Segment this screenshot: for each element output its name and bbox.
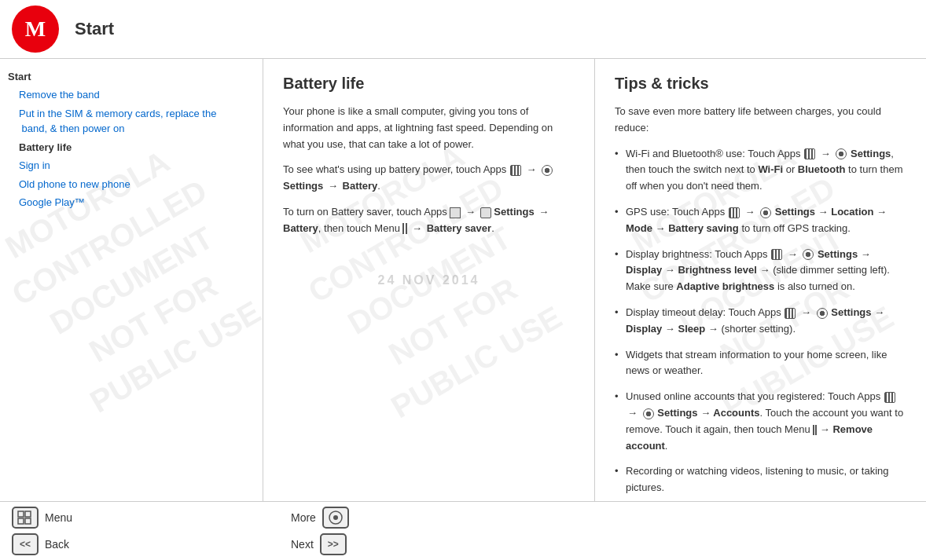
more-circle-icon (328, 510, 344, 525)
battery-panel: MOTOROLACONTROLLEDDOCUMENTNOT FORPUBLIC … (263, 59, 595, 501)
battery-title: Battery life (283, 75, 575, 93)
svg-rect-0 (18, 511, 24, 517)
more-label: More (291, 511, 316, 524)
arrow-2: → (328, 178, 338, 195)
logo-letter: M (25, 16, 46, 42)
back-button[interactable]: << Back (12, 533, 275, 555)
arrow-4: → (538, 204, 549, 221)
sidebar-item-sim[interactable]: Put in the SIM & memory cards, replace t… (8, 104, 255, 138)
apps-icon-tip3 (771, 249, 782, 260)
sidebar-item-old-phone[interactable]: Old phone to new phone (8, 175, 255, 194)
tip-item-recording: Recording or watching videos, listening … (615, 463, 906, 496)
arrow-1: → (527, 162, 537, 178)
motorola-logo: M (12, 5, 59, 53)
settings-icon-1 (542, 165, 553, 176)
sidebar-section-title: Start (8, 71, 255, 82)
tips-intro: To save even more battery life between c… (615, 104, 906, 137)
apps-icon-tip4 (785, 308, 796, 319)
arrow-5: → (412, 221, 422, 237)
tip-item-timeout: Display timeout delay: Touch Apps → Sett… (615, 305, 906, 338)
apps-icon-1 (510, 165, 521, 176)
svg-point-5 (333, 515, 338, 520)
settings-icon-tip4 (817, 308, 828, 319)
sidebar-item-battery-life[interactable]: Battery life (8, 138, 255, 157)
sidebar-nav: Start Remove the band Put in the SIM & m… (8, 71, 255, 212)
settings-icon-2 (480, 207, 491, 218)
settings-icon-tip1 (836, 148, 847, 159)
tip-item-gps: GPS use: Touch Apps → Settings → Locatio… (615, 204, 906, 237)
tips-title: Tips & tricks (615, 75, 906, 93)
apps-icon-tip2 (729, 207, 740, 218)
svg-rect-2 (18, 518, 24, 524)
svg-rect-1 (25, 511, 31, 517)
svg-rect-3 (25, 518, 31, 524)
page-title: Start (75, 19, 114, 39)
back-label: Back (45, 538, 69, 551)
tip-item-accounts: Unused online accounts that you register… (615, 389, 906, 454)
menu-label: Menu (45, 511, 72, 524)
next-button[interactable]: Next >> (291, 533, 347, 555)
tip-item-brightness: Display brightness: Touch Apps → Setting… (615, 247, 906, 295)
toolbar: Menu << Back More Next >> (0, 501, 926, 560)
apps-icon-tip5 (884, 392, 895, 403)
date-watermark: 24 NOV 2014 (378, 273, 480, 287)
arrow-3: → (465, 204, 476, 221)
menu-grid-icon (17, 511, 33, 525)
tip-item-wifi: Wi-Fi and Bluetooth® use: Touch Apps → S… (615, 146, 906, 195)
battery-instruction-1: To see what's using up battery power, to… (283, 162, 575, 195)
settings-icon-tip5 (643, 408, 654, 419)
next-icon: >> (320, 533, 347, 555)
toolbar-left: Menu << Back (12, 507, 275, 555)
tips-content: Tips & tricks To save even more battery … (615, 75, 906, 496)
next-label: Next (291, 538, 314, 551)
menu-icon-1 (402, 223, 407, 234)
sidebar-item-remove-band[interactable]: Remove the band (8, 86, 255, 104)
settings-icon-tip3 (803, 249, 814, 260)
more-icon (322, 507, 349, 529)
sidebar: MOTOROLACONTROLLEDDOCUMENTNOT FORPUBLIC … (0, 59, 263, 501)
tips-panel: MOTOROLACONTROLLEDDOCUMENTNOT FORPUBLIC … (595, 59, 926, 501)
main-area: MOTOROLACONTROLLEDDOCUMENTNOT FORPUBLIC … (0, 59, 926, 501)
toolbar-right: More Next >> (275, 507, 914, 555)
sidebar-item-google-play[interactable]: Google Play™ (8, 193, 255, 212)
battery-content: Battery life Your phone is like a small … (283, 75, 575, 237)
battery-intro: Your phone is like a small computer, giv… (283, 104, 575, 152)
menu-icon-tip5 (813, 425, 817, 435)
header: M Start (0, 0, 926, 59)
apps-icon-2 (450, 207, 461, 218)
more-button[interactable]: More (291, 507, 349, 529)
menu-button[interactable]: Menu (12, 507, 275, 529)
apps-icon-tip1 (804, 148, 815, 159)
sidebar-item-sign-in[interactable]: Sign in (8, 156, 255, 175)
content-area: MOTOROLACONTROLLEDDOCUMENTNOT FORPUBLIC … (263, 59, 926, 501)
tips-list: Wi-Fi and Bluetooth® use: Touch Apps → S… (615, 146, 906, 496)
battery-instruction-2: To turn on Battery saver, touch Apps → S… (283, 204, 575, 237)
tip-item-widgets: Widgets that stream information to your … (615, 347, 906, 380)
back-icon: << (12, 533, 39, 555)
settings-icon-tip2 (760, 207, 771, 218)
menu-icon (12, 507, 39, 529)
